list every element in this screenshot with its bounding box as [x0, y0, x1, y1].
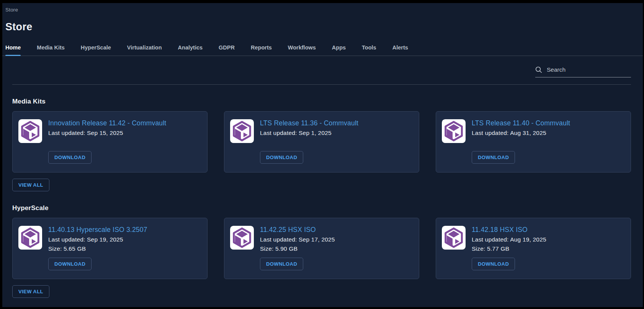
download-button[interactable]: DOWNLOAD: [48, 258, 92, 270]
media-kit-card: LTS Release 11.36 - Commvault Last updat…: [224, 111, 419, 173]
commvault-package-icon: [230, 226, 254, 250]
media-kit-title-link[interactable]: LTS Release 11.36 - Commvault: [260, 119, 411, 127]
search-row: [2, 56, 643, 77]
section-heading-hyperscale: HyperScale: [12, 204, 631, 212]
size-text: Size: 5.90 GB: [260, 245, 411, 252]
commvault-package-icon: [18, 226, 42, 250]
tab-bar: Home Media Kits HyperScale Virtualizatio…: [2, 33, 643, 56]
hyperscale-card: 11.40.13 Hyperscale ISO 3.2507 Last upda…: [12, 218, 208, 279]
tab-gdpr[interactable]: GDPR: [219, 44, 235, 56]
view-all-media-kits-button[interactable]: VIEW ALL: [12, 179, 49, 191]
tab-reports[interactable]: Reports: [251, 44, 272, 56]
download-button[interactable]: DOWNLOAD: [260, 258, 303, 270]
view-all-hyperscale-button[interactable]: VIEW ALL: [12, 285, 49, 298]
last-updated-text: Last updated: Aug 31, 2025: [472, 130, 623, 136]
tab-workflows[interactable]: Workflows: [288, 44, 316, 56]
media-kits-card-row: Innovation Release 11.42 - Commvault Las…: [12, 111, 631, 173]
commvault-package-icon: [442, 119, 466, 143]
media-kit-title-link[interactable]: Innovation Release 11.42 - Commvault: [48, 119, 199, 127]
last-updated-text: Last updated: Aug 19, 2025: [472, 236, 623, 243]
media-kit-card: Innovation Release 11.42 - Commvault Las…: [12, 111, 208, 173]
section-heading-media-kits: Media Kits: [12, 98, 631, 105]
tab-home[interactable]: Home: [5, 44, 21, 56]
commvault-package-icon: [18, 119, 42, 143]
download-button[interactable]: DOWNLOAD: [472, 151, 515, 164]
download-button[interactable]: DOWNLOAD: [260, 151, 303, 164]
hyperscale-title-link[interactable]: 11.42.25 HSX ISO: [260, 226, 411, 234]
search-input[interactable]: [546, 66, 631, 74]
search-icon: [535, 66, 542, 73]
breadcrumb[interactable]: Store: [5, 7, 640, 13]
hyperscale-title-link[interactable]: 11.42.18 HSX ISO: [472, 226, 623, 234]
tab-analytics[interactable]: Analytics: [178, 44, 203, 56]
page-title: Store: [5, 21, 640, 33]
search-field[interactable]: [535, 66, 631, 77]
main-content: Media Kits Innovation Release 11.42 - Co…: [2, 98, 643, 298]
hyperscale-card-row: 11.40.13 Hyperscale ISO 3.2507 Last upda…: [12, 218, 631, 279]
content-divider: [12, 84, 631, 85]
media-kit-title-link[interactable]: LTS Release 11.40 - Commvault: [472, 119, 623, 127]
page-header: Store Store: [2, 3, 643, 33]
tab-tools[interactable]: Tools: [362, 44, 376, 56]
commvault-package-icon: [230, 119, 254, 143]
last-updated-text: Last updated: Sep 17, 2025: [260, 236, 411, 243]
hyperscale-card: 11.42.18 HSX ISO Last updated: Aug 19, 2…: [436, 218, 631, 279]
tab-virtualization[interactable]: Virtualization: [127, 44, 162, 56]
last-updated-text: Last updated: Sep 1, 2025: [260, 130, 411, 136]
commvault-package-icon: [442, 226, 466, 250]
tab-media-kits[interactable]: Media Kits: [37, 44, 65, 56]
hyperscale-card: 11.42.25 HSX ISO Last updated: Sep 17, 2…: [224, 218, 419, 279]
size-text: Size: 5.65 GB: [48, 245, 199, 252]
last-updated-text: Last updated: Sep 15, 2025: [48, 130, 199, 136]
store-page: Store Store Home Media Kits HyperScale V…: [2, 3, 643, 307]
tab-apps[interactable]: Apps: [332, 44, 346, 56]
last-updated-text: Last updated: Sep 19, 2025: [48, 236, 199, 243]
tab-hyperscale[interactable]: HyperScale: [81, 44, 111, 56]
download-button[interactable]: DOWNLOAD: [48, 151, 92, 164]
media-kit-card: LTS Release 11.40 - Commvault Last updat…: [436, 111, 631, 173]
tab-alerts[interactable]: Alerts: [392, 44, 408, 56]
download-button[interactable]: DOWNLOAD: [472, 258, 515, 270]
hyperscale-title-link[interactable]: 11.40.13 Hyperscale ISO 3.2507: [48, 226, 199, 234]
size-text: Size: 5.77 GB: [472, 245, 623, 252]
